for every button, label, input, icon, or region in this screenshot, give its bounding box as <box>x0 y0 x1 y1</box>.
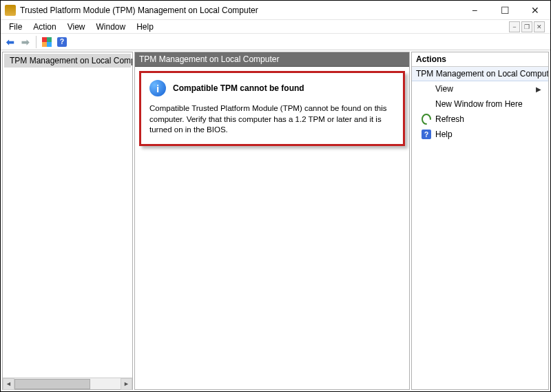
titlebar: Trusted Platform Module (TPM) Management… <box>1 1 550 20</box>
scroll-thumb[interactable] <box>14 379 90 389</box>
tree-item-label: TPM Management on Local Comp <box>10 56 132 65</box>
menu-window[interactable]: Window <box>91 21 132 33</box>
menu-help[interactable]: Help <box>131 21 159 33</box>
action-view[interactable]: View ▶ <box>412 81 548 96</box>
refresh-icon <box>422 114 431 124</box>
help-icon: ? <box>422 130 431 139</box>
submenu-arrow-icon: ▶ <box>536 85 541 93</box>
tree-item-tpm[interactable]: TPM Management on Local Comp <box>4 54 131 68</box>
toolbar-separator <box>36 36 37 48</box>
mdi-restore-button[interactable]: ❐ <box>521 21 532 32</box>
actions-header: Actions <box>412 52 548 67</box>
close-button[interactable]: ✕ <box>520 1 550 20</box>
tree-panel: TPM Management on Local Comp ◄ ► <box>2 52 133 390</box>
menu-action[interactable]: Action <box>28 21 61 33</box>
menu-view[interactable]: View <box>62 21 91 33</box>
arrow-left-icon: ⬅ <box>6 37 14 48</box>
maximize-button[interactable]: ☐ <box>490 1 520 20</box>
center-header: TPM Management on Local Computer <box>135 52 409 67</box>
scroll-left-button[interactable]: ◄ <box>3 378 14 390</box>
action-refresh[interactable]: Refresh <box>412 112 548 127</box>
scroll-right-button[interactable]: ► <box>121 378 132 390</box>
tree-hscrollbar[interactable]: ◄ ► <box>3 378 132 389</box>
actions-body: View ▶ New Window from Here Refresh ? He… <box>412 81 548 389</box>
action-label: View <box>435 84 453 94</box>
action-label: New Window from Here <box>435 99 523 109</box>
forward-button[interactable]: ➡ <box>19 35 32 49</box>
mdi-close-button[interactable]: ✕ <box>534 21 545 32</box>
app-icon <box>5 5 16 16</box>
menu-file[interactable]: File <box>3 21 28 33</box>
back-button[interactable]: ⬅ <box>3 35 17 49</box>
error-title: Compatible TPM cannot be found <box>173 83 304 93</box>
toolbar: ⬅ ➡ ? <box>1 34 550 50</box>
mdi-controls: − ❐ ✕ <box>509 21 548 32</box>
action-new-window[interactable]: New Window from Here <box>412 96 548 112</box>
help-toolbar-button[interactable]: ? <box>55 35 69 49</box>
menubar: File Action View Window Help − ❐ ✕ <box>1 20 550 34</box>
action-help[interactable]: ? Help <box>412 127 548 142</box>
mdi-minimize-button[interactable]: − <box>509 21 520 32</box>
minimize-button[interactable]: − <box>459 1 490 20</box>
action-label: Refresh <box>435 114 464 124</box>
info-icon: i <box>149 80 166 96</box>
show-hide-tree-button[interactable] <box>40 35 54 49</box>
center-body: i Compatible TPM cannot be found Compati… <box>135 67 409 389</box>
client-area: TPM Management on Local Comp ◄ ► TPM Man… <box>1 50 550 391</box>
window-title: Trusted Platform Module (TPM) Management… <box>20 6 258 15</box>
action-label: Help <box>435 130 453 139</box>
tree-body: TPM Management on Local Comp <box>3 52 132 378</box>
actions-section-header[interactable]: TPM Management on Local Computer ▲ <box>412 67 548 81</box>
center-panel: TPM Management on Local Computer i Compa… <box>134 52 410 390</box>
actions-panel: Actions TPM Management on Local Computer… <box>411 52 549 390</box>
error-box: i Compatible TPM cannot be found Compati… <box>139 71 405 146</box>
error-text: Compatible Trusted Platform Module (TPM)… <box>149 103 395 136</box>
actions-section-label: TPM Management on Local Computer <box>416 69 548 79</box>
arrow-right-icon: ➡ <box>21 37 30 48</box>
help-icon: ? <box>57 37 67 47</box>
windows-icon <box>42 37 52 47</box>
